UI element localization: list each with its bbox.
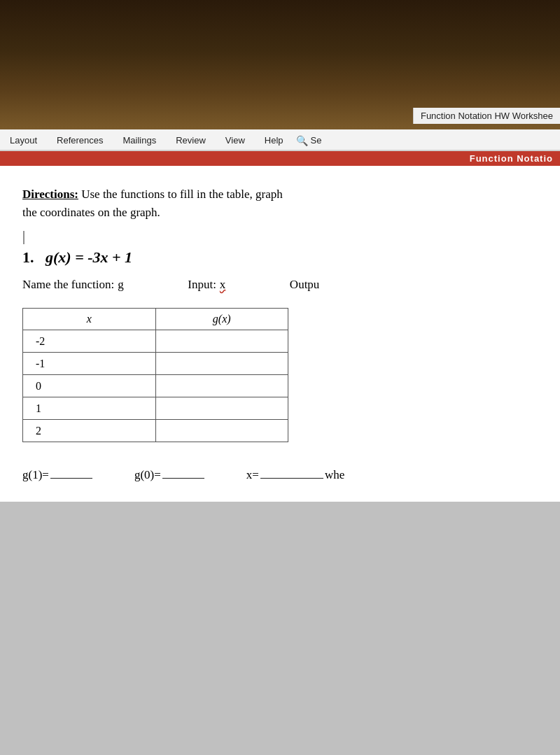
table-header-fx: g(x) bbox=[155, 309, 288, 330]
table-cell-x0: -2 bbox=[23, 330, 156, 353]
name-label: Name the function: bbox=[22, 278, 114, 292]
name-value: g bbox=[118, 278, 167, 292]
table-row: 0 bbox=[23, 375, 288, 397]
banner-text: Function Notatio bbox=[470, 153, 553, 164]
table-cell-fx4 bbox=[155, 420, 288, 442]
x-field[interactable] bbox=[260, 465, 323, 479]
input-value: x bbox=[220, 278, 269, 292]
document-title: Function Notation HW Workshee bbox=[413, 108, 560, 124]
table-cell-x4: 2 bbox=[23, 420, 156, 442]
table-header-fx-label: g(x) bbox=[213, 313, 231, 325]
name-function-line: Name the function: g Input: x Outpu bbox=[22, 278, 538, 292]
top-photo-bar: Function Notation HW Workshee bbox=[0, 0, 560, 129]
ribbon-item-mailings[interactable]: Mailings bbox=[113, 133, 167, 148]
cursor-bar: | bbox=[22, 228, 538, 244]
ribbon-item-references[interactable]: References bbox=[47, 133, 113, 148]
table-row: -1 bbox=[23, 353, 288, 375]
table-cell-fx0 bbox=[155, 330, 288, 353]
ribbon-search[interactable]: 🔍 Se bbox=[296, 135, 322, 146]
table-cell-fx1 bbox=[155, 353, 288, 375]
g1-field[interactable] bbox=[50, 465, 92, 479]
search-label: Se bbox=[311, 135, 322, 146]
ribbon-item-layout[interactable]: Layout bbox=[0, 133, 47, 148]
input-section: Input: x bbox=[188, 278, 269, 292]
output-label: Outpu bbox=[290, 278, 320, 292]
bottom-item-g1: g(1)= bbox=[22, 465, 92, 482]
directions-block: Directions: Use the functions to fill in… bbox=[22, 185, 538, 221]
search-icon: 🔍 bbox=[296, 135, 308, 146]
table-cell-fx2 bbox=[155, 375, 288, 397]
x-suffix: whe bbox=[325, 468, 344, 482]
ribbon-item-view[interactable]: View bbox=[216, 133, 255, 148]
bottom-questions: g(1)= g(0)= x= whe bbox=[22, 465, 538, 482]
g1-label-text: g(1)= bbox=[22, 468, 49, 481]
table-cell-x2: 0 bbox=[23, 375, 156, 397]
g1-label: g(1)= bbox=[22, 468, 49, 482]
red-banner: Function Notatio bbox=[0, 151, 560, 166]
table-row: 2 bbox=[23, 420, 288, 442]
problem1-equation: g(x) = -3x + 1 bbox=[46, 248, 132, 266]
ribbon-item-review[interactable]: Review bbox=[166, 133, 216, 148]
x-label-text: x= bbox=[246, 468, 259, 482]
problem1-header: 1. g(x) = -3x + 1 bbox=[22, 248, 538, 267]
name-section: Name the function: g bbox=[22, 278, 167, 292]
table-row: -2 bbox=[23, 330, 288, 353]
function-table: x g(x) -2 -1 0 1 2 bbox=[22, 308, 288, 442]
directions-text2: the coordinates on the graph. bbox=[22, 206, 160, 219]
table-header-x: x bbox=[23, 309, 156, 330]
input-label: Input: bbox=[188, 278, 216, 292]
table-cell-x3: 1 bbox=[23, 397, 156, 420]
table-row: 1 bbox=[23, 397, 288, 420]
problem-number-label: 1. bbox=[22, 248, 34, 266]
directions-label: Directions: bbox=[22, 188, 78, 201]
g0-label-text: g(0)= bbox=[134, 468, 161, 482]
bottom-item-g0: g(0)= bbox=[134, 465, 204, 482]
table-cell-x1: -1 bbox=[23, 353, 156, 375]
g0-field[interactable] bbox=[162, 465, 204, 479]
output-section: Outpu bbox=[290, 278, 320, 292]
ribbon-item-help[interactable]: Help bbox=[255, 133, 293, 148]
document-area: Directions: Use the functions to fill in… bbox=[0, 166, 560, 502]
ribbon-bar: Layout References Mailings Review View H… bbox=[0, 129, 560, 151]
bottom-item-x: x= whe bbox=[246, 465, 344, 482]
directions-text: Use the functions to fill in the table, … bbox=[78, 188, 283, 201]
ribbon-menu: Layout References Mailings Review View H… bbox=[0, 129, 560, 150]
table-cell-fx3 bbox=[155, 397, 288, 420]
